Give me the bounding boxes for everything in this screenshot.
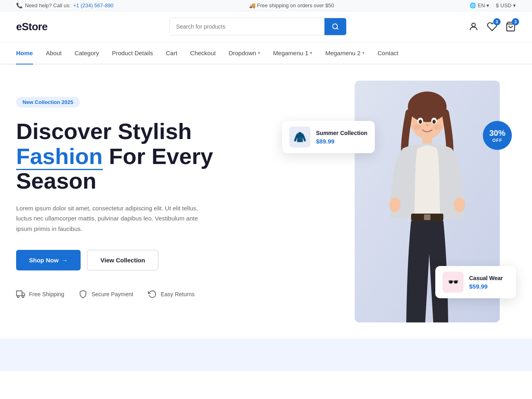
svg-point-20 [413,124,421,130]
shield-icon [79,290,87,299]
discount-label: OFF [493,138,503,143]
main-nav: Home About Category Product Details Cart… [0,42,532,64]
chevron-down-icon: ▾ [362,50,365,56]
phone-icon: 📞 [16,2,23,8]
discount-percent: 30% [489,129,505,138]
svg-point-12 [389,197,401,212]
truck-icon [16,290,25,299]
product-card-casual: 🕶️ Casual Wear $59.99 [435,266,516,298]
help-text: Need help? Call us: [25,2,71,8]
easy-returns-label: Easy Returns [161,291,195,297]
nav-item-product-details[interactable]: Product Details [112,42,153,64]
svg-point-18 [419,120,422,124]
feature-easy-returns: Easy Returns [148,290,195,299]
new-collection-badge: New Collection 2025 [16,97,80,108]
hero-right: 🧥 Summer Collection $89.99 30% OFF [282,89,516,322]
hero-title-line3: Season [16,168,96,193]
wishlist-badge: 0 [493,18,501,25]
free-shipping-label: Free Shipping [29,291,64,297]
svg-point-7 [22,296,24,298]
casual-product-price: $59.99 [469,283,503,290]
hero-title-highlight: Fashion [16,143,103,170]
search-bar [169,18,347,35]
top-bar: 📞 Need help? Call us: +1 (234) 567-890 🚚… [0,0,532,11]
casual-product-thumb: 🕶️ [443,272,463,293]
chevron-down-icon: ▾ [310,50,312,56]
header-icons: 0 3 [468,21,516,32]
logo[interactable]: eStore [16,21,48,33]
feature-free-shipping: Free Shipping [16,290,64,299]
phone-link[interactable]: +1 (234) 567-890 [73,2,113,8]
nav-item-about[interactable]: About [46,42,62,64]
hero-description: Lorem ipsum dolor sit amet, consectetur … [16,203,210,234]
product-card-summer: 🧥 Summer Collection $89.99 [282,121,375,153]
svg-point-6 [17,296,19,298]
nav-item-cart[interactable]: Cart [166,42,177,64]
hero-section: New Collection 2025 Discover Stylish Fas… [0,64,532,339]
summer-product-price: $89.99 [316,138,368,145]
top-bar-left: 📞 Need help? Call us: +1 (234) 567-890 [16,2,114,8]
account-icon-wrap[interactable] [468,21,479,32]
language-selector[interactable]: 🌐 EN ▾ [470,2,489,8]
svg-point-2 [472,23,476,27]
shipping-promo: 🚚 Free shipping on orders over $50 [249,2,334,8]
search-icon [332,23,339,30]
svg-rect-15 [424,214,430,220]
search-button[interactable] [324,18,346,35]
footer-strip [0,339,532,371]
nav-item-megamenu1[interactable]: Megamenu 1 ▾ [273,42,313,64]
hero-title-line1: Discover Stylish [16,118,192,144]
svg-point-10 [408,91,447,122]
nav-item-megamenu2[interactable]: Megamenu 2 ▾ [325,42,365,64]
secure-payment-label: Secure Payment [91,291,133,297]
nav-item-checkout[interactable]: Checkout [190,42,216,64]
nav-item-category[interactable]: Category [75,42,99,64]
nav-item-dropdown[interactable]: Dropdown ▾ [229,42,260,64]
user-icon [468,21,479,32]
hero-title: Discover Stylish Fashion For Every Seaso… [16,119,213,193]
nav-item-contact[interactable]: Contact [378,42,399,64]
nav-item-home[interactable]: Home [16,42,33,64]
discount-badge: 30% OFF [483,121,512,150]
view-collection-button[interactable]: View Collection [87,250,158,270]
hero-title-line2: For Every [103,143,213,169]
svg-marker-5 [22,293,25,296]
chevron-down-icon: ▾ [258,50,260,56]
hero-features: Free Shipping Secure Payment Easy Return… [16,290,213,299]
wishlist-icon-wrap[interactable]: 0 [487,21,497,32]
svg-line-1 [337,28,338,29]
summer-product-thumb: 🧥 [289,127,310,148]
shop-now-button[interactable]: Shop Now → [16,250,81,270]
svg-point-13 [454,197,465,212]
currency-selector[interactable]: $ USD ▾ [496,2,516,8]
header: eStore 0 3 [0,11,532,42]
svg-point-21 [433,124,441,130]
top-bar-right: 🌐 EN ▾ $ USD ▾ [470,2,516,8]
search-input[interactable] [170,19,324,35]
refresh-icon [148,290,157,299]
svg-rect-4 [17,291,22,296]
casual-product-info: Casual Wear $59.99 [469,275,503,290]
cart-icon-wrap[interactable]: 3 [505,21,516,32]
casual-product-name: Casual Wear [469,275,503,281]
summer-product-name: Summer Collection [316,130,368,136]
hero-left: New Collection 2025 Discover Stylish Fas… [16,89,213,299]
hero-buttons: Shop Now → View Collection [16,250,213,270]
feature-secure-payment: Secure Payment [79,290,133,299]
summer-product-info: Summer Collection $89.99 [316,130,368,145]
cart-badge: 3 [512,18,519,25]
svg-point-19 [432,120,436,124]
